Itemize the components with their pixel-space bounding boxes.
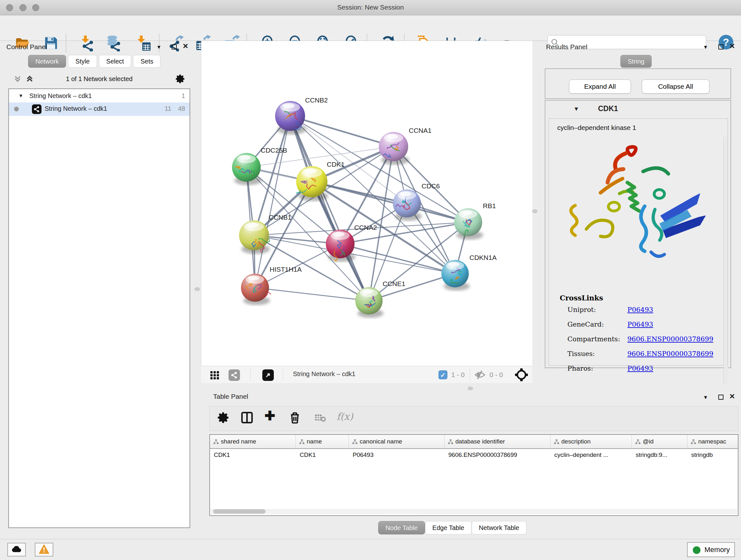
scrollbar-thumb[interactable] bbox=[213, 509, 266, 514]
column-header-shared-name[interactable]: shared name bbox=[210, 435, 296, 449]
column-header-namespac[interactable]: namespac bbox=[687, 435, 738, 449]
table-cell[interactable]: cyclin–dependent ... bbox=[554, 451, 630, 458]
tab-network[interactable]: Network bbox=[28, 55, 66, 68]
network-collection-row[interactable]: ▼ String Network – cdk1 1 bbox=[9, 90, 190, 103]
window-title: Session: New Session bbox=[0, 3, 741, 11]
delete-table-icon[interactable] bbox=[315, 414, 326, 422]
import-network-file-icon[interactable] bbox=[78, 34, 96, 53]
table-cell[interactable]: CDK1 bbox=[300, 451, 347, 458]
crosslink-row: GeneCard: P06493 bbox=[560, 317, 603, 331]
memory-status-dot bbox=[693, 546, 700, 554]
warning-status-icon[interactable] bbox=[35, 543, 53, 557]
tab-node-table[interactable]: Node Table bbox=[378, 521, 425, 535]
crosslink-label: Tissues: bbox=[567, 350, 595, 358]
network-node-cdkn1a[interactable] bbox=[441, 260, 469, 287]
column-header-canonical-name[interactable]: canonical name bbox=[349, 435, 445, 449]
table-cell[interactable]: CDK1 bbox=[214, 451, 294, 458]
network-node-rb1[interactable] bbox=[454, 208, 482, 236]
network-selection-row: 1 of 1 Network selected bbox=[8, 73, 190, 87]
crosslink-link[interactable]: P06493 bbox=[627, 365, 653, 372]
table-panel-close-icon[interactable]: ✕ bbox=[729, 392, 735, 401]
tree-expand-icon[interactable]: ▼ bbox=[18, 93, 23, 98]
tab-sets[interactable]: Sets bbox=[133, 55, 160, 68]
tab-edge-table[interactable]: Edge Table bbox=[425, 521, 472, 535]
edge-count: 48 bbox=[178, 105, 185, 112]
table-gear-icon[interactable] bbox=[217, 411, 230, 424]
table-header-row: shared namenamecanonical namedatabase id… bbox=[210, 435, 738, 449]
network-node-ccnb2[interactable] bbox=[275, 101, 305, 131]
node-label-ccna2: CCNA2 bbox=[354, 224, 377, 231]
function-builder-icon[interactable]: f(x) bbox=[337, 411, 353, 422]
show-columns-icon[interactable] bbox=[240, 411, 254, 424]
vertical-splitter-handle[interactable] bbox=[195, 287, 200, 291]
crosslinks-section: CrossLinks Uniprot: P06493 GeneCard: P06… bbox=[560, 294, 603, 375]
selected-nodes-checkbox[interactable]: ✓ bbox=[439, 370, 448, 379]
network-row-selected[interactable]: String Network – cdk1 11 48 bbox=[9, 103, 190, 116]
network-node-hist1h1a[interactable] bbox=[241, 273, 271, 302]
string-style-icon[interactable] bbox=[228, 369, 240, 381]
crosslink-link[interactable]: P06493 bbox=[627, 306, 653, 314]
footer-separator bbox=[470, 368, 470, 381]
column-header-description[interactable]: description bbox=[550, 435, 632, 449]
network-node-ccna1[interactable] bbox=[379, 132, 408, 161]
window-titlebar: Session: New Session bbox=[0, 0, 741, 15]
network-node-ccne1[interactable] bbox=[355, 287, 383, 314]
table-cell[interactable]: P06493 bbox=[353, 451, 443, 458]
crosslink-row: Tissues: 9606.ENSP00000378699 bbox=[560, 346, 603, 361]
network-node-cdk1[interactable] bbox=[296, 166, 327, 197]
table-cell[interactable]: stringdb:9... bbox=[636, 451, 686, 458]
table-cell[interactable]: 9606.ENSP00000378699 bbox=[448, 451, 549, 458]
table-panel-title: Table Panel bbox=[213, 393, 248, 400]
table-cell[interactable]: stringdb bbox=[691, 451, 738, 458]
column-header--id[interactable]: @id bbox=[632, 435, 687, 449]
crosslink-label: Compartments: bbox=[567, 335, 620, 343]
cloud-status-icon[interactable] bbox=[7, 543, 26, 557]
memory-button[interactable]: Memory bbox=[687, 542, 735, 557]
crosshair-icon[interactable] bbox=[515, 368, 529, 382]
collapse-all-button[interactable]: Collapse All bbox=[642, 79, 710, 94]
column-header-database-identifier[interactable]: database identifier bbox=[445, 435, 550, 449]
crosslink-link[interactable]: 9606.ENSP00000378699 bbox=[627, 335, 713, 343]
control-panel-close-icon[interactable]: ✕ bbox=[183, 42, 188, 51]
table-panel-menu-icon[interactable]: ▼ bbox=[703, 395, 708, 400]
hidden-eye-icon[interactable] bbox=[474, 370, 486, 380]
table-panel-float-icon[interactable] bbox=[718, 395, 724, 400]
table-panel-tabs: Node Table Edge Table Network Table bbox=[378, 521, 527, 535]
tab-string[interactable]: String bbox=[620, 55, 652, 68]
add-column-icon[interactable]: ✚ bbox=[265, 408, 275, 423]
results-panel-float-icon[interactable] bbox=[718, 44, 724, 50]
open-in-window-icon[interactable] bbox=[262, 369, 274, 381]
horizontal-splitter-handle[interactable] bbox=[468, 387, 473, 390]
gear-icon[interactable] bbox=[175, 73, 186, 84]
delete-column-icon[interactable] bbox=[288, 411, 301, 424]
control-panel-menu-icon[interactable]: ▼ bbox=[156, 44, 161, 50]
crosslink-link[interactable]: 9606.ENSP00000378699 bbox=[627, 350, 713, 358]
column-header-name[interactable]: name bbox=[296, 435, 349, 449]
tab-style[interactable]: Style bbox=[68, 55, 97, 68]
network-node-cdc25b[interactable] bbox=[232, 153, 261, 182]
vertical-splitter-handle[interactable] bbox=[532, 209, 537, 213]
control-panel-float-icon[interactable] bbox=[172, 44, 177, 50]
table-toolbar: ✚ f(x) bbox=[209, 406, 738, 431]
network-node-cdc6[interactable] bbox=[393, 189, 421, 217]
tab-network-table[interactable]: Network Table bbox=[472, 521, 527, 535]
table-horizontal-scrollbar[interactable] bbox=[211, 509, 737, 514]
crosslink-link[interactable]: P06493 bbox=[627, 320, 653, 328]
birds-eye-grid-icon[interactable] bbox=[210, 370, 219, 380]
results-panel-close-icon[interactable]: ✕ bbox=[729, 42, 735, 51]
protein-structure-image bbox=[561, 141, 711, 282]
string-network-graph[interactable]: CCNB2CCNA1CDC25BCDK1CDC6RB1CCNB1CCNA2CDK… bbox=[201, 41, 533, 366]
network-collection-count: 1 bbox=[182, 92, 185, 100]
results-panel-menu-icon[interactable]: ▼ bbox=[703, 44, 708, 50]
expand-all-button[interactable]: Expand All bbox=[569, 79, 631, 94]
results-scrollbar[interactable] bbox=[724, 137, 728, 384]
node-label-hist1h1a: HIST1H1A bbox=[270, 266, 301, 273]
import-table-icon[interactable] bbox=[134, 34, 152, 53]
results-panel-title: Results Panel bbox=[546, 43, 588, 51]
network-view-canvas[interactable]: CCNB2CCNA1CDC25BCDK1CDC6RB1CCNB1CCNA2CDK… bbox=[201, 41, 532, 366]
tab-select[interactable]: Select bbox=[99, 55, 131, 68]
import-network-database-icon[interactable] bbox=[105, 34, 123, 53]
gene-collapse-icon[interactable]: ▼ bbox=[574, 106, 579, 112]
crosslink-row: Uniprot: P06493 bbox=[560, 302, 603, 317]
gene-header-row[interactable]: ▼ CDK1 bbox=[545, 101, 731, 118]
